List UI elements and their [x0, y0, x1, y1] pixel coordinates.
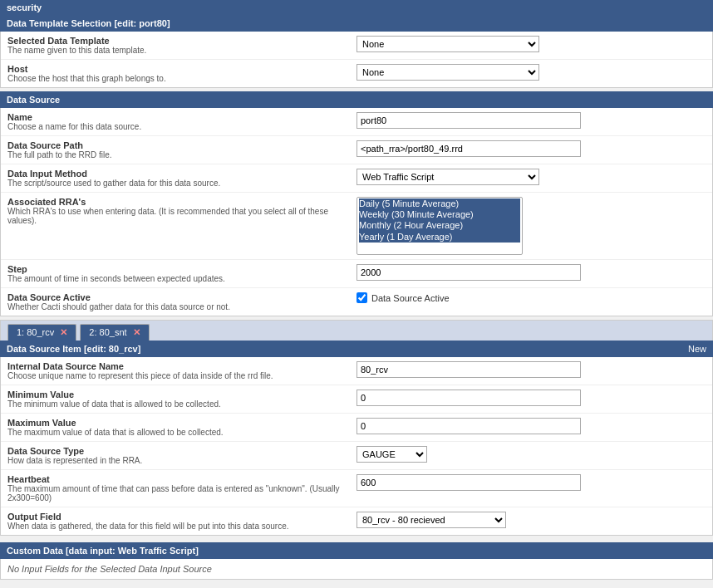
internal-name-control — [356, 361, 706, 378]
heartbeat-control — [356, 474, 706, 491]
tab-80-rcv[interactable]: 1: 80_rcv ✕ — [7, 324, 76, 341]
ds-rra-row: Associated RRA's Which RRA's to use when… — [1, 193, 712, 260]
template-section-header: Data Template Selection [edit: port80] — [0, 15, 713, 32]
max-value-label: Maximum Value The maximum value of data … — [7, 418, 356, 437]
min-value-input[interactable] — [356, 390, 581, 406]
internal-name-row: Internal Data Source Name Choose unique … — [1, 357, 712, 385]
output-select[interactable]: 80_rcv - 80 recieved — [356, 512, 506, 528]
ds-method-select[interactable]: Web Traffic Script — [356, 169, 539, 185]
ds-name-row: Name Choose a name for this data source. — [1, 108, 712, 136]
tab-80-rcv-label: 1: 80_rcv — [17, 327, 54, 337]
ds-item-header: Data Source Item [edit: 80_rcv] New — [0, 341, 713, 357]
heartbeat-row: Heartbeat The maximum amount of time tha… — [1, 470, 712, 507]
ds-name-label: Name Choose a name for this data source. — [7, 112, 356, 131]
ds-method-row: Data Input Method The script/source used… — [1, 164, 712, 193]
ds-method-label: Data Input Method The script/source used… — [7, 169, 356, 188]
ds-type-control: GAUGE COUNTER DERIVE ABSOLUTE — [356, 446, 706, 463]
tab-80-snt-close-icon[interactable]: ✕ — [133, 327, 140, 337]
tabs-bar: 1: 80_rcv ✕ 2: 80_snt ✕ — [0, 320, 713, 341]
host-row: Host Choose the host that this graph bel… — [1, 60, 712, 87]
ds-type-select[interactable]: GAUGE COUNTER DERIVE ABSOLUTE — [356, 446, 427, 463]
ds-active-checkbox-row: Data Source Active — [356, 292, 706, 303]
custom-data-header: Custom Data [data input: Web Traffic Scr… — [0, 542, 713, 559]
heartbeat-label: Heartbeat The maximum amount of time tha… — [7, 474, 356, 502]
min-value-control — [356, 390, 706, 406]
ds-path-input[interactable] — [356, 140, 581, 157]
output-field-label: Output Field When data is gathered, the … — [7, 512, 356, 531]
ds-path-label: Data Source Path The full path to the RR… — [7, 140, 356, 159]
ds-item-section: Data Source Item [edit: 80_rcv] New Inte… — [0, 341, 713, 536]
ds-item-body: Internal Data Source Name Choose unique … — [0, 357, 713, 536]
ds-active-label: Data Source Active Whether Cacti should … — [7, 292, 356, 311]
breadcrumb-bar: security — [0, 0, 713, 15]
tab-80-snt-label: 2: 80_snt — [89, 327, 126, 337]
ds-step-input[interactable] — [356, 264, 581, 281]
internal-name-input[interactable] — [356, 361, 581, 378]
output-field-control: 80_rcv - 80 recieved — [356, 512, 706, 528]
heartbeat-input[interactable] — [356, 474, 581, 491]
host-label: Host Choose the host that this graph bel… — [7, 64, 356, 83]
ds-path-row: Data Source Path The full path to the RR… — [1, 136, 712, 164]
ds-active-control: Data Source Active — [356, 292, 706, 303]
min-value-row: Minimum Value The minimum value of data … — [1, 385, 712, 414]
ds-name-input[interactable] — [356, 112, 581, 129]
max-value-input[interactable] — [356, 418, 581, 434]
ds-name-control — [356, 112, 706, 129]
host-select[interactable]: None — [356, 64, 539, 81]
host-control: None — [356, 64, 706, 81]
page-wrapper: security Data Template Selection [edit: … — [0, 0, 713, 588]
selected-template-row: Selected Data Template The name given to… — [1, 32, 712, 60]
ds-active-checkbox-label: Data Source Active — [371, 293, 450, 303]
custom-data-section: Custom Data [data input: Web Traffic Scr… — [0, 542, 713, 580]
selected-template-control: None — [356, 36, 706, 52]
output-field-row: Output Field When data is gathered, the … — [1, 507, 712, 535]
ds-active-row: Data Source Active Whether Cacti should … — [1, 288, 712, 316]
ds-method-control: Web Traffic Script — [356, 169, 706, 185]
ds-rra-listbox[interactable]: Daily (5 Minute Average) Weekly (30 Minu… — [356, 197, 523, 255]
template-selection-section: Data Template Selection [edit: port80] S… — [0, 15, 713, 88]
ds-path-control — [356, 140, 706, 157]
ds-rra-control: Daily (5 Minute Average) Weekly (30 Minu… — [356, 197, 706, 255]
internal-name-label: Internal Data Source Name Choose unique … — [7, 361, 356, 380]
ds-type-row: Data Source Type How data is represented… — [1, 442, 712, 470]
new-button[interactable]: New — [688, 344, 706, 354]
breadcrumb-text: security — [7, 2, 42, 12]
selected-template-label: Selected Data Template The name given to… — [7, 36, 356, 55]
ds-rra-label: Associated RRA's Which RRA's to use when… — [7, 197, 356, 225]
ds-step-control — [356, 264, 706, 281]
max-value-control — [356, 418, 706, 434]
max-value-row: Maximum Value The maximum value of data … — [1, 414, 712, 442]
custom-data-empty-msg: No Input Fields for the Selected Data In… — [7, 564, 212, 574]
datasource-header: Data Source — [0, 91, 713, 108]
ds-active-checkbox[interactable] — [356, 292, 367, 303]
ds-type-label: Data Source Type How data is represented… — [7, 446, 356, 465]
custom-data-body: No Input Fields for the Selected Data In… — [0, 559, 713, 580]
template-section-body: Selected Data Template The name given to… — [0, 32, 713, 88]
output-dropdown: 80_rcv - 80 recieved — [356, 512, 706, 528]
ds-step-row: Step The amount of time in seconds betwe… — [1, 260, 712, 288]
tab-80-snt[interactable]: 2: 80_snt ✕ — [80, 324, 149, 341]
min-value-label: Minimum Value The minimum value of data … — [7, 390, 356, 409]
selected-template-select[interactable]: None — [356, 36, 539, 52]
datasource-body: Name Choose a name for this data source.… — [0, 108, 713, 316]
ds-step-label: Step The amount of time in seconds betwe… — [7, 264, 356, 283]
tab-80-rcv-close-icon[interactable]: ✕ — [60, 327, 67, 337]
datasource-section: Data Source Name Choose a name for this … — [0, 91, 713, 316]
